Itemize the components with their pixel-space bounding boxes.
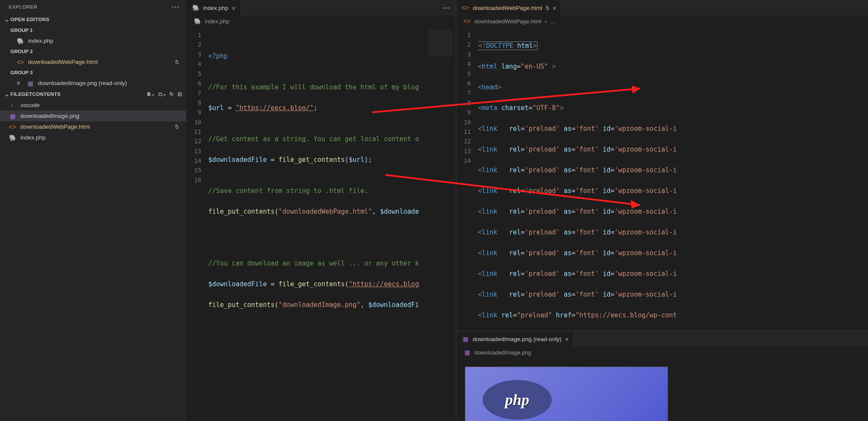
php-icon: 🐘 — [9, 134, 16, 141]
file-item[interactable]: 🐘 index.php — [0, 132, 186, 143]
php-logo: php — [483, 380, 552, 420]
editor-pane[interactable]: 1234567891011121314 <!DOCTYPE html> <htm… — [456, 27, 868, 331]
more-icon[interactable] — [172, 6, 178, 8]
image-icon: ▦ — [463, 349, 471, 356]
explorer-title: EXPLORER — [9, 4, 38, 9]
explorer-toolbar: 🗎₊ 🗀₊ ↻ ⊟ — [146, 91, 182, 97]
image-icon: ▦ — [26, 80, 34, 87]
refresh-icon[interactable]: ↻ — [169, 91, 174, 97]
tab-bar: <> downloadedWebPage.html 5 × — [456, 0, 868, 16]
file-item[interactable]: <> downloadedWebPage.html 5 — [0, 121, 186, 132]
chevron-right-icon: › — [545, 18, 547, 25]
tab-bar: 🐘 index.php × — [187, 0, 456, 16]
breadcrumb[interactable]: ▦ downloadedImage.png — [456, 347, 868, 358]
php-icon: 🐘 — [192, 4, 200, 11]
editor-group-right: <> downloadedWebPage.html 5 × <> downloa… — [456, 0, 868, 421]
explorer-sidebar: EXPLORER ⌄ OPEN EDITORS GROUP 1 🐘 index.… — [0, 0, 187, 421]
line-gutter: 1234567891011121314 — [456, 27, 478, 331]
editor-group-2: GROUP 2 — [0, 46, 186, 57]
chevron-right-icon: › — [9, 102, 16, 108]
minimap[interactable] — [429, 30, 452, 56]
chevron-down-icon: ⌄ — [3, 16, 10, 23]
code-area[interactable]: <?php //For this example I will download… — [208, 27, 456, 421]
folder-item[interactable]: › .vscode — [0, 100, 186, 111]
collapse-icon[interactable]: ⊟ — [178, 91, 182, 97]
editor-group-3: GROUP 3 — [0, 67, 186, 78]
tab-index-php[interactable]: 🐘 index.php × — [187, 0, 241, 16]
html-icon: <> — [461, 4, 469, 11]
preview-thumbnail: php FORCE FILE DOWNLOAD — [465, 367, 668, 421]
editor-group-1: GROUP 1 — [0, 25, 186, 35]
php-icon: 🐘 — [194, 18, 201, 25]
new-file-icon[interactable]: 🗎₊ — [146, 91, 155, 97]
file-tree: › .vscode ▦ downloadedImage.png <> downl… — [0, 100, 186, 143]
close-icon[interactable]: × — [232, 4, 236, 12]
editor-pane-html: <> downloadedWebPage.html 5 × <> downloa… — [456, 0, 868, 331]
open-editors-header[interactable]: ⌄ OPEN EDITORS — [0, 14, 186, 25]
open-editor-item[interactable]: <> downloadedWebPage.html 5 — [0, 57, 186, 67]
folder-header[interactable]: ⌄ FILEGETCONTENTS 🗎₊ 🗀₊ ↻ ⊟ — [0, 89, 186, 100]
breadcrumb[interactable]: 🐘 index.php — [187, 16, 456, 27]
close-icon[interactable]: × — [553, 4, 556, 12]
app-root: EXPLORER ⌄ OPEN EDITORS GROUP 1 🐘 index.… — [0, 0, 868, 421]
image-preview[interactable]: php FORCE FILE DOWNLOAD — [456, 358, 868, 421]
breadcrumb[interactable]: <> downloadedWebPage.html › … — [456, 16, 868, 27]
editor-pane-image: ▦ downloadedImage.png (read-only) × ▦ do… — [456, 331, 868, 421]
html-icon: <> — [9, 123, 16, 130]
explorer-header: EXPLORER — [0, 0, 186, 14]
html-icon: <> — [463, 18, 471, 25]
line-gutter: 12345678910111213141516 — [187, 27, 208, 421]
tab-bar: ▦ downloadedImage.png (read-only) × — [456, 331, 868, 347]
new-folder-icon[interactable]: 🗀₊ — [158, 91, 166, 97]
editor-pane[interactable]: 12345678910111213141516 <?php //For this… — [187, 27, 456, 421]
open-editor-item[interactable]: 🐘 index.php — [0, 35, 186, 46]
open-editor-item[interactable]: × ▦ downloadedImage.png (read-only) — [0, 78, 186, 89]
close-icon[interactable]: × — [565, 336, 569, 343]
html-icon: <> — [16, 59, 24, 66]
code-area[interactable]: <!DOCTYPE html> <html lang="en-US" > <he… — [478, 27, 868, 331]
chevron-down-icon: ⌄ — [3, 91, 10, 98]
tab-downloaded-image[interactable]: ▦ downloadedImage.png (read-only) × — [456, 331, 574, 347]
open-editors-list: GROUP 1 🐘 index.php GROUP 2 <> downloade… — [0, 25, 186, 89]
tab-downloaded-html[interactable]: <> downloadedWebPage.html 5 × — [456, 0, 562, 16]
image-icon: ▦ — [9, 113, 16, 120]
close-icon[interactable]: × — [16, 79, 22, 87]
php-icon: 🐘 — [16, 38, 24, 44]
file-item[interactable]: ▦ downloadedImage.png — [0, 111, 186, 121]
more-icon[interactable] — [443, 7, 450, 9]
editor-group-main: 🐘 index.php × 🐘 index.php 12345678910111… — [187, 0, 456, 421]
image-icon: ▦ — [461, 336, 469, 342]
